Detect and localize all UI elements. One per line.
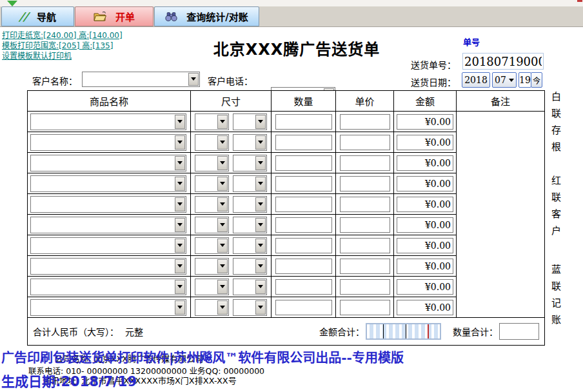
combo-arrow-icon[interactable] [175, 115, 185, 129]
combo-arrow-icon[interactable] [217, 239, 228, 253]
tab-billing[interactable]: 开单 [75, 6, 153, 26]
product-select[interactable] [30, 258, 186, 275]
combo-arrow-icon[interactable] [175, 177, 185, 191]
price-input[interactable] [340, 114, 390, 130]
product-select[interactable] [30, 155, 186, 172]
tab-navigation[interactable]: // 导航 [1, 6, 74, 26]
size-height-select[interactable] [233, 196, 267, 213]
amount-input[interactable] [397, 238, 453, 253]
combo-arrow-icon[interactable] [175, 280, 185, 294]
product-select[interactable] [30, 299, 186, 316]
combo-arrow-icon[interactable] [217, 197, 228, 211]
price-input[interactable] [340, 135, 390, 150]
quantity-input[interactable] [275, 300, 332, 315]
combo-arrow-icon[interactable] [175, 218, 185, 232]
price-input[interactable] [340, 155, 390, 171]
amount-input[interactable] [397, 300, 453, 315]
size-width-select[interactable] [195, 155, 229, 172]
tab-query-statistics[interactable]: 查询统计/对账 [154, 6, 259, 26]
size-width-select[interactable] [195, 299, 229, 316]
combo-arrow-icon[interactable] [217, 156, 228, 170]
size-height-select[interactable] [233, 175, 267, 192]
size-height-select[interactable] [233, 258, 267, 275]
amount-input[interactable] [397, 135, 453, 150]
product-select[interactable] [30, 175, 186, 192]
price-input[interactable] [340, 259, 390, 274]
price-input[interactable] [340, 217, 390, 233]
combo-arrow-icon[interactable] [255, 300, 266, 315]
size-height-select[interactable] [233, 237, 267, 254]
combo-arrow-icon[interactable] [255, 115, 266, 129]
size-height-select[interactable] [233, 134, 267, 151]
size-height-select[interactable] [233, 155, 267, 172]
combo-arrow-icon[interactable] [217, 135, 228, 150]
size-width-select[interactable] [195, 217, 229, 233]
template-print-range-link[interactable]: 模板打印范围宽:[205] 高:[135] [2, 41, 123, 50]
combo-arrow-icon[interactable] [175, 135, 185, 150]
quantity-input[interactable] [275, 114, 332, 130]
amount-input[interactable] [397, 176, 453, 191]
month-select[interactable]: 07 [492, 72, 517, 88]
quantity-input[interactable] [275, 279, 332, 295]
year-input[interactable]: 2018 [462, 72, 490, 88]
size-width-select[interactable] [195, 175, 229, 192]
combo-arrow-icon[interactable] [255, 135, 266, 150]
dropdown-arrow-icon[interactable] [7, 1, 17, 6]
size-height-select[interactable] [233, 279, 267, 295]
combo-arrow-icon[interactable] [255, 280, 266, 294]
combo-arrow-icon[interactable] [255, 259, 266, 273]
default-printer-link[interactable]: 设置模板默认打印机 [2, 52, 123, 61]
combo-arrow-icon[interactable] [255, 218, 266, 232]
combo-arrow-icon[interactable] [175, 300, 185, 315]
price-input[interactable] [340, 176, 390, 191]
product-select[interactable] [30, 113, 186, 130]
combo-arrow-icon[interactable] [255, 156, 266, 170]
today-button[interactable]: 今 [531, 72, 542, 88]
combo-arrow-icon[interactable] [217, 259, 228, 273]
size-height-select[interactable] [233, 299, 267, 316]
size-width-select[interactable] [195, 237, 229, 254]
combo-arrow-icon[interactable] [175, 259, 185, 273]
combo-arrow-icon[interactable] [255, 197, 266, 211]
product-select[interactable] [30, 217, 186, 233]
combo-arrow-icon[interactable] [217, 300, 228, 315]
combo-arrow-icon[interactable] [217, 115, 228, 129]
size-width-select[interactable] [195, 258, 229, 275]
size-height-select[interactable] [233, 217, 267, 233]
quantity-total-input[interactable] [499, 323, 539, 340]
day-input[interactable]: 19 [519, 72, 531, 88]
combo-arrow-icon[interactable] [217, 218, 228, 232]
quantity-input[interactable] [275, 259, 332, 274]
size-width-select[interactable] [195, 113, 229, 130]
combo-arrow-icon[interactable] [175, 156, 185, 170]
amount-input[interactable] [397, 197, 453, 212]
amount-input[interactable] [397, 217, 453, 233]
product-select[interactable] [30, 279, 186, 295]
combo-arrow-icon[interactable] [255, 239, 266, 253]
amount-input[interactable] [397, 155, 453, 171]
size-width-select[interactable] [195, 279, 229, 295]
combo-arrow-icon[interactable] [255, 177, 266, 191]
combo-arrow-icon[interactable] [217, 177, 228, 191]
combo-arrow-icon[interactable] [175, 239, 185, 253]
quantity-input[interactable] [275, 217, 332, 233]
product-select[interactable] [30, 237, 186, 254]
price-input[interactable] [340, 300, 390, 315]
quantity-input[interactable] [275, 135, 332, 150]
delivery-no-input[interactable] [462, 53, 544, 70]
quantity-input[interactable] [275, 176, 332, 191]
amount-input[interactable] [397, 259, 453, 274]
size-width-select[interactable] [195, 134, 229, 151]
product-select[interactable] [30, 134, 186, 151]
amount-input[interactable] [397, 114, 453, 130]
quantity-input[interactable] [275, 238, 332, 253]
combo-arrow-icon[interactable] [188, 73, 199, 86]
amount-input[interactable] [397, 279, 453, 295]
quantity-input[interactable] [275, 155, 332, 171]
size-height-select[interactable] [233, 113, 267, 130]
product-select[interactable] [30, 196, 186, 213]
price-input[interactable] [340, 197, 390, 212]
price-input[interactable] [340, 238, 390, 253]
size-width-select[interactable] [195, 196, 229, 213]
print-paper-size-link[interactable]: 打印走纸宽:[240.00] 高:[140.00] [2, 31, 123, 40]
